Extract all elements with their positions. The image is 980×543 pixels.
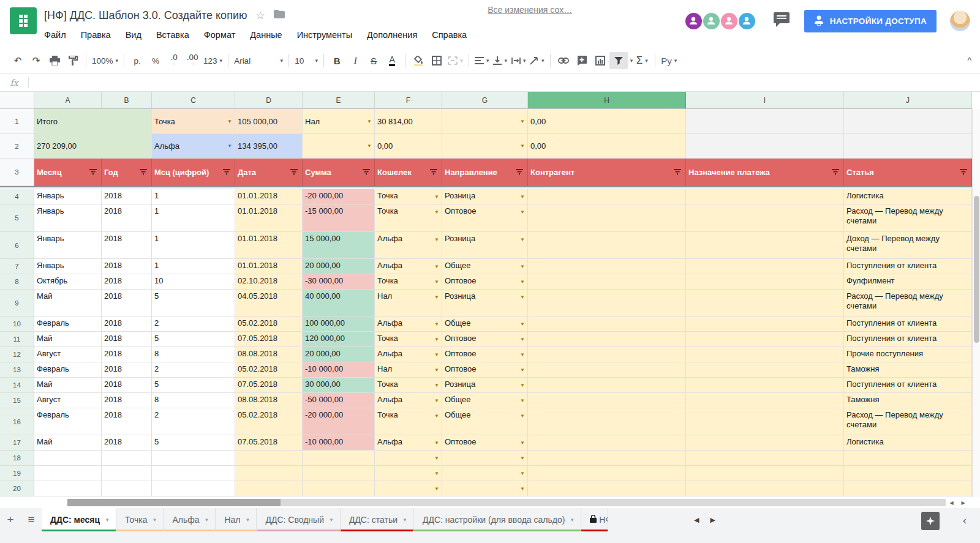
dropdown-arrow-icon[interactable]: ▼ [434, 398, 439, 403]
row-header-13[interactable]: 13 [0, 362, 34, 378]
row-header-5[interactable]: 5 [0, 204, 34, 232]
wallet-select-cell[interactable]: ▼ [442, 109, 528, 134]
tab-Нал[interactable]: Нал▼ [216, 508, 257, 531]
insert-link-icon[interactable] [554, 52, 573, 69]
filter-funnel-icon[interactable] [290, 168, 298, 177]
filter-funnel-icon[interactable] [674, 168, 681, 177]
filter-funnel-icon[interactable] [960, 168, 967, 177]
sum-cell[interactable]: 30 000,00 [303, 378, 375, 393]
filter-header-Направление[interactable]: Направление [442, 159, 528, 186]
total-cell[interactable]: Итого [34, 109, 152, 134]
tab-menu-caret-icon[interactable]: ▼ [402, 517, 407, 523]
month-cell[interactable]: Май [34, 290, 102, 316]
folder-icon[interactable] [274, 9, 285, 21]
dropdown-arrow-icon[interactable]: ▼ [434, 337, 439, 342]
date-cell[interactable] [235, 481, 303, 496]
row-header-20[interactable]: 20 [0, 481, 34, 496]
article-cell[interactable] [844, 451, 972, 466]
month-number-cell[interactable]: 8 [152, 347, 235, 362]
direction-cell[interactable]: Розница▼ [442, 290, 528, 316]
counterparty-cell[interactable] [528, 362, 686, 378]
filter-funnel-icon[interactable] [363, 168, 370, 177]
vertical-scrollbar[interactable] [972, 109, 980, 497]
bold-icon[interactable]: B [328, 52, 346, 69]
year-cell[interactable]: 2018 [102, 332, 152, 347]
month-number-cell[interactable]: 2 [152, 362, 235, 378]
month-cell[interactable]: Январь [34, 189, 102, 204]
direction-cell[interactable]: Общее▼ [442, 408, 528, 435]
direction-cell[interactable]: Общее▼ [442, 393, 528, 408]
month-cell[interactable]: Январь [34, 204, 102, 232]
filter-header-Мсц (цифрой)[interactable]: Мсц (цифрой) [152, 159, 235, 186]
menu-Инструменты[interactable]: Инструменты [297, 30, 352, 40]
scroll-left-icon[interactable]: ◀ [946, 498, 957, 507]
year-cell[interactable] [102, 451, 152, 466]
month-number-cell[interactable]: 1 [152, 232, 235, 259]
column-header-G[interactable]: G [442, 92, 528, 109]
tab-menu-caret-icon[interactable]: ▼ [205, 517, 209, 523]
article-cell[interactable]: Логистика [844, 435, 972, 451]
dropdown-arrow-icon[interactable]: ▼ [520, 321, 525, 327]
sum-cell[interactable]: -50 000,00 [303, 393, 375, 408]
date-cell[interactable]: 07.05.2018 [235, 332, 303, 347]
dropdown-arrow-icon[interactable]: ▼ [520, 367, 525, 373]
date-cell[interactable]: 02.10.2018 [235, 274, 303, 290]
row-header-16[interactable]: 16 [0, 408, 34, 435]
counterparty-cell[interactable] [528, 481, 686, 496]
month-number-cell[interactable]: 5 [152, 332, 235, 347]
wallet-cell[interactable]: Точка▼ [375, 189, 442, 204]
year-cell[interactable] [102, 466, 152, 481]
year-cell[interactable]: 2018 [102, 274, 152, 290]
month-number-cell[interactable]: 1 [152, 189, 235, 204]
dropdown-arrow-icon[interactable]: ▼ [434, 209, 439, 215]
cell[interactable] [686, 109, 844, 134]
decrease-decimal-button[interactable]: .0← [165, 52, 183, 69]
year-cell[interactable]: 2018 [102, 393, 152, 408]
payment-purpose-cell[interactable] [686, 259, 844, 274]
wallet-cell[interactable]: Точка▼ [375, 378, 442, 393]
insert-chart-icon[interactable] [591, 52, 609, 69]
wallet-cell[interactable]: Альфа▼ [375, 316, 442, 332]
sum-cell[interactable] [303, 481, 375, 496]
dropdown-arrow-icon[interactable]: ▼ [520, 209, 525, 215]
total-cell[interactable]: 134 395,00 [235, 134, 303, 159]
dropdown-arrow-icon[interactable]: ▼ [434, 413, 439, 419]
date-cell[interactable]: 05.02.2018 [235, 408, 303, 435]
month-cell[interactable] [34, 451, 102, 466]
row-header-1[interactable]: 1 [0, 109, 34, 134]
counterparty-cell[interactable] [528, 451, 686, 466]
wallet-cell[interactable]: Точка▼ [375, 332, 442, 347]
formula-input[interactable] [34, 74, 980, 91]
wallet-select-cell[interactable]: Альфа▼ [152, 134, 235, 159]
row-header-18[interactable]: 18 [0, 451, 34, 466]
vertical-scrollbar-thumb[interactable] [974, 196, 979, 343]
article-cell[interactable]: Прочие поступления [844, 347, 972, 362]
year-cell[interactable]: 2018 [102, 316, 152, 332]
row-header-2[interactable]: 2 [0, 134, 34, 159]
sum-cell[interactable]: 100 000,00 [303, 316, 375, 332]
wallet-select-cell[interactable]: ▼ [442, 134, 528, 159]
font-select[interactable]: Arial▾ [232, 52, 285, 69]
total-cell[interactable]: 270 209,00 [34, 134, 152, 159]
date-cell[interactable]: 01.01.2018 [235, 189, 303, 204]
sum-cell[interactable]: -15 000,00 [303, 204, 375, 232]
column-header-C[interactable]: C [152, 92, 235, 109]
undo-icon[interactable]: ↶ [9, 52, 27, 69]
row-header-7[interactable]: 7 [0, 259, 34, 274]
filter-header-Назначение платежа[interactable]: Назначение платежа [686, 159, 844, 186]
counterparty-cell[interactable] [528, 393, 686, 408]
dropdown-arrow-icon[interactable]: ▼ [434, 486, 439, 492]
menu-Вставка[interactable]: Вставка [156, 30, 189, 40]
payment-purpose-cell[interactable] [686, 290, 844, 316]
counterparty-cell[interactable] [528, 189, 686, 204]
article-cell[interactable]: Поступления от клиента [844, 378, 972, 393]
payment-purpose-cell[interactable] [686, 362, 844, 378]
filter-funnel-icon[interactable] [832, 168, 839, 177]
direction-cell[interactable]: Оптовое▼ [442, 347, 528, 362]
counterparty-cell[interactable] [528, 466, 686, 481]
sum-cell[interactable]: 120 000,00 [303, 332, 375, 347]
wallet-select-cell[interactable]: Точка▼ [152, 109, 235, 134]
vertical-align-icon[interactable]: ▾ [491, 52, 510, 69]
total-cell[interactable]: 0,00 [375, 134, 442, 159]
dropdown-arrow-icon[interactable]: ▼ [520, 352, 525, 358]
